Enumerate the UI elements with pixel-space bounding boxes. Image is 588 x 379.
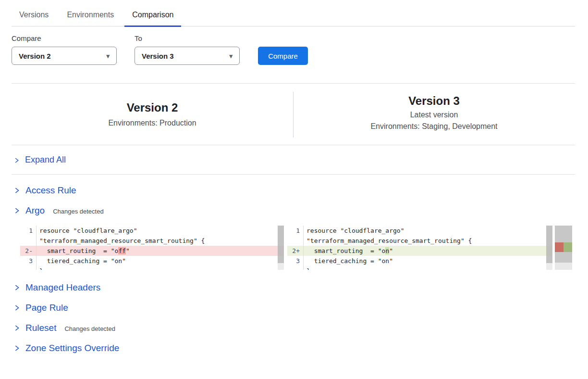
compare-to-value: Version 3: [142, 52, 174, 60]
comparison-page: Versions Environments Comparison Compare…: [0, 0, 588, 358]
compare-from-value: Version 2: [19, 52, 51, 60]
vertical-divider: [293, 92, 294, 138]
version-right-header: Version 3 Latest version Environments: S…: [293, 84, 575, 145]
diff-row: 1resource "cloudflare_argo": [287, 226, 552, 236]
changes-detected-badge: Changes detected: [53, 208, 104, 215]
line-number: 2+: [287, 246, 304, 256]
section-page-rule[interactable]: Page Rule: [12, 298, 575, 318]
line-number: [287, 266, 304, 270]
diff-row: 2- smart_routing = "off": [20, 246, 284, 256]
chevron-right-icon: [13, 187, 20, 194]
line-number: 3: [20, 256, 37, 266]
line-number: [20, 266, 37, 270]
chevron-right-icon: [13, 304, 20, 311]
expand-all-button[interactable]: Expand All: [12, 145, 575, 174]
added-marker: [564, 242, 572, 252]
version-headers: Version 2 Environments: Production Versi…: [12, 84, 575, 145]
tab-comparison[interactable]: Comparison: [124, 6, 181, 26]
chevron-down-icon: ▾: [106, 52, 110, 60]
code-line: "terraform_managed_resource_smart_routin…: [304, 236, 552, 246]
section-label: Zone Settings Override: [25, 343, 119, 354]
expand-all-label: Expand All: [25, 155, 66, 165]
chevron-right-icon: [13, 157, 20, 164]
section-access-rule[interactable]: Access Rule: [12, 180, 575, 201]
scrollbar-track: [546, 263, 552, 270]
argo-diff: 1resource "cloudflare_argo""terraform_ma…: [20, 226, 575, 270]
compare-form: Compare Version 2 ▾ To Version 3 ▾ Compa…: [12, 34, 575, 65]
line-number: 1: [287, 226, 304, 236]
chevron-down-icon: ▾: [229, 52, 233, 60]
scrollbar-track: [278, 263, 284, 270]
diff-panel-right: 1resource "cloudflare_argo""terraform_ma…: [287, 226, 552, 270]
diff-map-track-bottom: [555, 263, 572, 270]
compare-field: Compare Version 2 ▾: [12, 34, 117, 65]
chevron-right-icon: [13, 284, 20, 291]
section-zone-settings-override[interactable]: Zone Settings Override: [12, 338, 575, 358]
code-line: resource "cloudflare_argo": [37, 226, 284, 236]
code-line: smart_routing = "off": [37, 246, 284, 256]
removed-marker: [555, 242, 564, 252]
chevron-right-icon: [13, 207, 20, 214]
code-line: tiered_caching = "on": [37, 256, 284, 266]
scrollbar-thumb[interactable]: [278, 226, 284, 263]
compare-button[interactable]: Compare: [258, 47, 308, 65]
code-line: smart_routing = "on": [304, 246, 552, 256]
diff-row: "terraform_managed_resource_smart_routin…: [287, 236, 552, 246]
compare-to-dropdown[interactable]: Version 3 ▾: [135, 47, 240, 65]
version-left-title: Version 2: [12, 101, 293, 114]
version-right-subtitle: Latest version: [293, 111, 575, 119]
diff-row: }: [287, 266, 552, 270]
version-left-environments: Environments: Production: [12, 119, 293, 127]
section-label: Page Rule: [25, 303, 68, 313]
divider: [12, 174, 575, 175]
section-managed-headers[interactable]: Managed Headers: [12, 278, 575, 298]
scrollbar-thumb[interactable]: [546, 226, 552, 263]
resource-sections: Access Rule Argo Changes detected 1resou…: [12, 180, 575, 358]
section-label: Ruleset: [25, 323, 56, 333]
diff-row: "terraform_managed_resource_smart_routin…: [20, 236, 284, 246]
chevron-right-icon: [13, 325, 20, 331]
line-number: [287, 236, 304, 246]
version-right-title: Version 3: [293, 94, 575, 108]
section-ruleset[interactable]: Ruleset Changes detected: [12, 318, 575, 338]
tab-versions[interactable]: Versions: [12, 6, 56, 26]
diff-row: 2+ smart_routing = "on": [287, 246, 552, 256]
code-line: }: [37, 266, 284, 270]
section-label: Managed Headers: [25, 282, 100, 293]
version-left-header: Version 2 Environments: Production: [12, 84, 293, 145]
tab-environments[interactable]: Environments: [59, 6, 122, 26]
section-argo[interactable]: Argo Changes detected: [12, 201, 575, 221]
line-number: [20, 236, 37, 246]
diff-overview-map: [555, 226, 572, 270]
line-number: 3: [287, 256, 304, 266]
chevron-right-icon: [13, 345, 20, 352]
tab-bar: Versions Environments Comparison: [12, 0, 575, 26]
version-right-environments: Environments: Staging, Development: [293, 122, 575, 131]
diff-panel-left: 1resource "cloudflare_argo""terraform_ma…: [20, 226, 284, 270]
to-label: To: [135, 34, 240, 42]
changes-detected-badge: Changes detected: [64, 325, 115, 332]
line-number: 2-: [20, 246, 37, 256]
compare-from-dropdown[interactable]: Version 2 ▾: [12, 47, 117, 65]
section-label: Access Rule: [25, 185, 76, 196]
section-label: Argo: [25, 205, 45, 216]
code-line: resource "cloudflare_argo": [304, 226, 552, 236]
diff-map-change-marker: [555, 242, 572, 252]
to-field: To Version 3 ▾: [135, 34, 240, 65]
code-line: tiered_caching = "on": [304, 256, 552, 266]
diff-row: }: [20, 266, 284, 270]
code-line: "terraform_managed_resource_smart_routin…: [37, 236, 284, 246]
compare-label: Compare: [12, 34, 117, 42]
code-line: }: [304, 266, 552, 270]
line-number: 1: [20, 226, 37, 236]
diff-row: 1resource "cloudflare_argo": [20, 226, 284, 236]
diff-row: 3 tiered_caching = "on": [287, 256, 552, 266]
diff-row: 3 tiered_caching = "on": [20, 256, 284, 266]
